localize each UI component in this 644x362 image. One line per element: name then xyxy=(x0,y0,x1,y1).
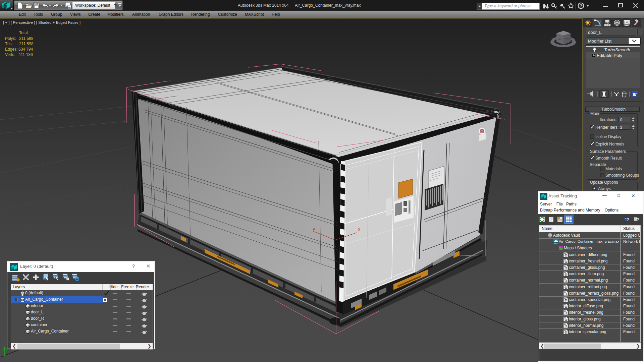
svg-text:?: ? xyxy=(580,4,582,8)
svg-text:LEFT: LEFT xyxy=(558,38,563,40)
svg-text:?: ? xyxy=(637,217,639,222)
svg-text:MAX: MAX xyxy=(554,242,558,244)
svg-text:y: y xyxy=(313,227,315,232)
svg-text:FRONT: FRONT xyxy=(565,38,572,40)
svg-text:?: ? xyxy=(627,217,629,222)
svg-text:x: x xyxy=(358,227,360,232)
